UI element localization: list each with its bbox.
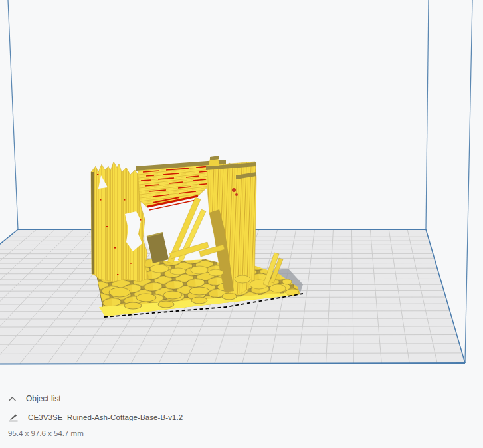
- pencil-icon: [8, 412, 19, 423]
- object-list-item[interactable]: CE3V3SE_Ruined-Ash-Cottage-Base-B-v1.2: [8, 411, 221, 423]
- 3d-viewport[interactable]: [0, 0, 483, 448]
- chevron-up-icon[interactable]: [8, 395, 17, 403]
- object-list-panel: Object list CE3V3SE_Ruined-Ash-Cottage-B…: [8, 393, 221, 437]
- object-dimensions: 95.4 x 97.6 x 54.7 mm: [8, 429, 221, 437]
- object-list-title: Object list: [26, 394, 61, 403]
- object-name: CE3V3SE_Ruined-Ash-Cottage-Base-B-v1.2: [28, 413, 183, 421]
- object-list-header[interactable]: Object list: [8, 393, 221, 405]
